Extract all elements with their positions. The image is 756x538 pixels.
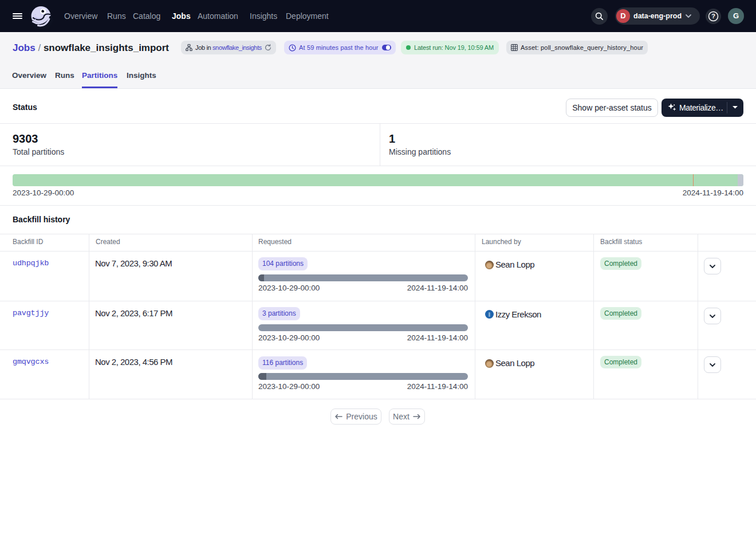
- svg-text:?: ?: [711, 13, 715, 19]
